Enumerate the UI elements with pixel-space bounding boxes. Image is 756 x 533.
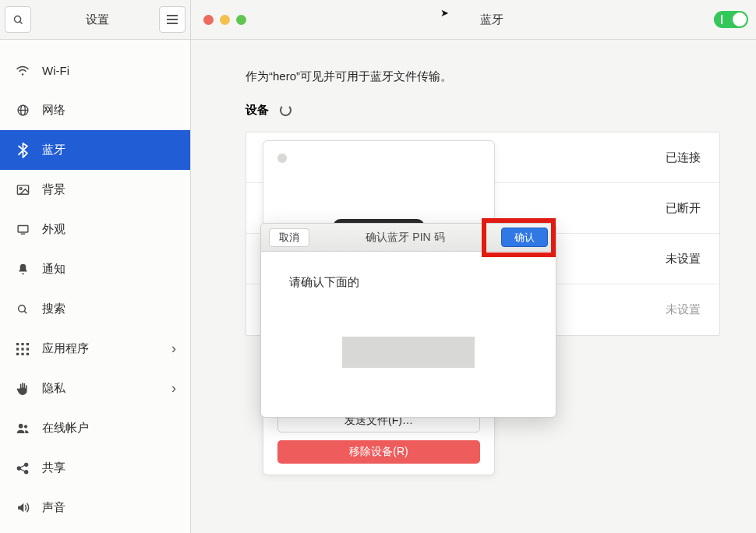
toggle-on-indicator	[721, 15, 722, 24]
sidebar-item-label: 在线帐户	[42, 421, 89, 436]
chevron-right-icon: ›	[171, 380, 176, 397]
sidebar-item-network[interactable]: 网络	[0, 90, 190, 130]
topbar-right: ➤ 蓝牙	[191, 0, 756, 39]
status-dot-icon	[277, 154, 287, 163]
wifi-icon	[14, 65, 31, 76]
confirm-button[interactable]: 确认	[501, 228, 548, 247]
svg-rect-22	[21, 352, 23, 355]
globe-icon	[14, 104, 31, 117]
svg-line-30	[20, 469, 25, 471]
sidebar-item-label: 应用程序	[42, 341, 89, 356]
svg-rect-2	[167, 15, 178, 16]
display-icon	[14, 224, 31, 235]
svg-line-29	[20, 465, 25, 468]
hand-icon	[14, 382, 31, 396]
chevron-right-icon: ›	[171, 341, 176, 357]
svg-rect-4	[167, 23, 178, 24]
bluetooth-icon	[14, 143, 31, 158]
svg-rect-19	[21, 348, 23, 350]
svg-rect-17	[26, 343, 29, 345]
svg-rect-18	[16, 348, 19, 350]
volume-icon	[14, 502, 31, 514]
visibility-status-text: 作为“hero”可见并可用于蓝牙文件传输。	[246, 69, 720, 84]
cancel-label: 取消	[279, 231, 299, 245]
toggle-knob	[733, 12, 747, 26]
svg-rect-3	[167, 19, 178, 20]
search-button[interactable]	[5, 6, 31, 33]
sidebar-item-share[interactable]: 共享	[0, 448, 190, 488]
svg-rect-21	[16, 352, 19, 355]
bell-icon	[14, 263, 31, 276]
dialog-title: 确认蓝牙 PIN 码	[309, 231, 501, 245]
svg-rect-20	[26, 348, 29, 350]
sidebar-item-bluetooth[interactable]: 蓝牙	[0, 130, 190, 170]
sidebar-item-background[interactable]: 背景	[0, 170, 190, 210]
sidebar: Wi-Fi 网络 蓝牙 背景	[0, 40, 191, 533]
pin-code-box	[342, 337, 475, 368]
sidebar-item-sound[interactable]: 声音	[0, 488, 190, 528]
image-icon	[14, 184, 31, 196]
sidebar-item-label: 蓝牙	[42, 143, 65, 157]
svg-rect-16	[21, 343, 23, 345]
window-minimize-button[interactable]	[220, 15, 230, 25]
device-status: 未设置	[666, 302, 701, 317]
dialog-header: 取消 确认蓝牙 PIN 码 确认	[261, 224, 556, 252]
sidebar-item-label: 隐私	[42, 381, 65, 396]
confirm-label: 确认	[514, 231, 535, 245]
svg-point-28	[25, 470, 28, 473]
sidebar-item-notifications[interactable]: 通知	[0, 249, 190, 289]
pin-confirm-dialog: 取消 确认蓝牙 PIN 码 确认 请确认下面的	[260, 223, 556, 418]
search-icon	[14, 303, 31, 316]
remove-device-label: 移除设备(R)	[349, 445, 408, 459]
svg-rect-23	[26, 352, 29, 355]
svg-rect-11	[18, 226, 28, 233]
sidebar-item-label: 背景	[42, 182, 65, 197]
bluetooth-toggle[interactable]	[714, 11, 748, 28]
svg-point-5	[22, 73, 23, 75]
device-status: 未设置	[666, 252, 701, 266]
sidebar-item-label: 搜索	[42, 302, 65, 316]
cursor-icon: ➤	[440, 7, 449, 19]
menu-button[interactable]	[159, 6, 185, 33]
accounts-icon	[14, 422, 31, 434]
window-maximize-button[interactable]	[236, 15, 246, 25]
svg-point-26	[17, 467, 20, 470]
svg-point-24	[18, 424, 23, 429]
sidebar-item-accounts[interactable]: 在线帐户	[0, 408, 190, 448]
dialog-body-text: 请确认下面的	[289, 275, 359, 288]
sidebar-item-wifi[interactable]: Wi-Fi	[0, 51, 190, 90]
settings-title: 设置	[86, 12, 109, 27]
dialog-body: 请确认下面的	[261, 252, 556, 368]
sidebar-item-label: 通知	[42, 262, 65, 277]
page-title: 蓝牙	[480, 12, 503, 27]
svg-rect-9	[17, 185, 28, 194]
device-status: 已连接	[666, 150, 701, 165]
window-close-button[interactable]	[203, 15, 214, 25]
svg-point-27	[25, 463, 28, 466]
remove-device-button[interactable]: 移除设备(R)	[277, 440, 480, 464]
sidebar-item-label: 声音	[42, 500, 65, 515]
sidebar-item-label: 共享	[42, 461, 65, 475]
cancel-button[interactable]: 取消	[269, 228, 309, 247]
device-status: 已断开	[666, 201, 701, 216]
search-icon	[12, 14, 24, 26]
svg-rect-15	[16, 343, 19, 345]
svg-line-1	[19, 21, 22, 23]
sidebar-item-appearance[interactable]: 外观	[0, 210, 190, 249]
loading-spinner-icon	[280, 104, 291, 116]
sidebar-item-search[interactable]: 搜索	[0, 289, 190, 329]
top-toolbar: 设置 ➤ 蓝牙	[0, 0, 756, 39]
topbar-left: 设置	[0, 0, 191, 39]
svg-point-10	[19, 188, 22, 190]
sidebar-item-label: Wi-Fi	[42, 64, 69, 77]
sidebar-item-label: 外观	[42, 222, 65, 237]
window-controls	[203, 15, 246, 25]
menu-icon	[167, 15, 178, 24]
sidebar-item-privacy[interactable]: 隐私 ›	[0, 369, 190, 408]
sidebar-item-label: 网络	[42, 103, 65, 118]
sidebar-item-apps[interactable]: 应用程序 ›	[0, 329, 190, 369]
svg-line-14	[24, 311, 26, 313]
svg-point-25	[23, 425, 26, 428]
devices-header: 设备	[246, 103, 720, 118]
share-icon	[14, 462, 31, 475]
